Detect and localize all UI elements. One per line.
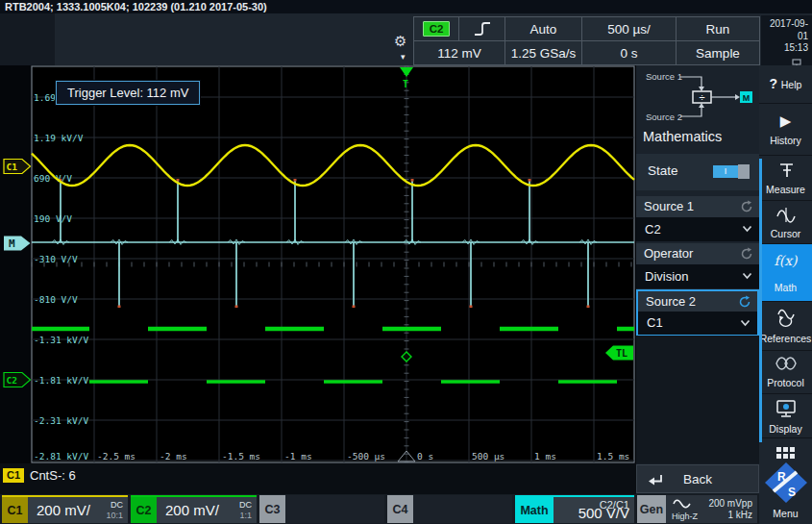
diagram-source1-label: Source 1 [646,71,682,82]
sine-icon [673,499,692,509]
sidebar-cursor-label: Cursor [759,228,812,239]
state-toggle[interactable]: I [713,164,750,179]
sidebar-item-display[interactable]: Display [759,394,812,438]
generator-box[interactable]: Gen High-Z 200 mVpp 1 kHz [637,495,757,523]
diagram-output-badge: M [743,93,750,103]
channel4-box[interactable]: C4 [387,495,512,523]
date-text: 2017-09-01 [765,18,808,42]
time-axis-label: -500 µs [347,451,385,462]
channel2-badge: C2 [131,497,157,523]
time-axis-label: -1.5 ms [222,451,260,462]
time-text: 15:13 [765,42,808,55]
acquisition-mode-cell[interactable]: Sample [676,40,760,65]
channel1-scale: 200 mV/ [37,502,90,518]
channel1-box[interactable]: C1 200 mV/ DC 10:1 [2,495,128,523]
run-state-cell[interactable]: Run [676,16,760,41]
sidebar-scroll-indicator[interactable] [759,159,762,442]
trigger-level-tooltip: Trigger Level: 112 mV [56,81,200,105]
sidebar-item-measure[interactable]: Measure [759,156,812,201]
horizontal-position-cell[interactable]: 0 s [581,40,677,65]
device-id-text: RTB2004; 1333.1005K04; 102239 (01.210 20… [5,1,267,12]
sidebar-item-history[interactable]: ▶ History [759,104,812,156]
gear-icon[interactable]: ⚙ [394,33,406,50]
rising-edge-icon [472,19,493,38]
sidebar-item-protocol[interactable]: Protocol [759,351,812,394]
channel2-coupling: DC [239,500,252,510]
channel-bar: C1 200 mV/ DC 10:1 C2 200 mV/ DC 1:1 C3 … [0,494,759,524]
math-box[interactable]: Math C2/C1 500 V/V [515,495,634,523]
source2-refresh-icon[interactable] [738,295,751,309]
generator-badge: Gen [637,495,666,523]
unit-axis-label: -1.31 kV/V [34,335,88,345]
cursor-icon [775,206,797,224]
generator-amplitude: 200 mVpp [708,498,752,509]
channel1-badge: C1 [2,497,28,523]
operator-dropdown[interactable]: Division [636,264,759,288]
unit-axis-label: -810 V/V [34,294,78,305]
operator-chevron-icon [742,272,752,280]
rohde-schwarz-logo: R S [764,462,808,504]
sidebar-item-references[interactable]: References [759,302,812,351]
chevron-down-icon[interactable]: ▾ [401,52,406,62]
trigger-mode-label: Auto [530,22,557,37]
measurement-result-text: CntS-: 6 [30,468,76,483]
operator-header: Operator [636,243,759,264]
svg-text:S: S [788,486,796,499]
source1-header: Source 1 [636,196,759,217]
source2-header: Source 2 [638,291,757,312]
acquisition-mode-label: Sample [696,46,740,61]
sample-rate-value: 1.25 GSa/s [511,46,577,61]
source1-dropdown[interactable]: C2 [636,217,759,241]
operator-label: Operator [644,246,693,261]
zero-time-label: 0 s [417,451,433,462]
trigger-mode-cell[interactable]: Auto [504,16,582,41]
sidebar-item-help[interactable]: ? Help [759,65,812,104]
question-icon: ? [770,76,778,91]
operator-value: Division [645,269,689,284]
source2-dropdown[interactable]: C1 [638,312,757,335]
back-button[interactable]: Back [636,464,759,493]
unit-axis-label: -1.81 kV/V [34,375,88,386]
measure-icon [776,161,796,180]
svg-text:T: T [403,79,408,89]
channel4-badge: C4 [387,495,413,523]
svg-text:R: R [777,470,786,484]
sidebar-references-label: References [759,333,812,344]
sidebar-item-cursor[interactable]: Cursor [759,201,812,244]
waveform-display[interactable]: 1.69 kV/V1.19 kV/V690 V/V190 V/V-310 V/V… [0,65,636,463]
sidebar-math-label: Math [759,282,812,293]
generator-frequency: 1 kHz [727,510,752,520]
trigger-slope-cell[interactable] [458,16,505,41]
channel3-box[interactable]: C3 [259,495,384,523]
source1-refresh-icon[interactable] [740,200,753,213]
trigger-level-tooltip-text: Trigger Level: 112 mV [67,86,188,100]
measurement-strip: C1 CntS-: 6 [0,463,636,494]
source1-value: C2 [645,222,661,237]
svg-text:C1: C1 [7,162,18,172]
unit-axis-label: -310 V/V [34,254,78,264]
operator-refresh-icon[interactable] [740,247,753,261]
sidebar-item-math[interactable]: f(x) Math [759,244,812,302]
sidebar-item-menu[interactable]: R S Menu [759,438,812,524]
time-axis-label: -2 ms [160,451,187,462]
trigger-source-cell[interactable]: C2 [413,16,459,41]
unit-axis-label: 190 V/V [34,213,72,224]
source1-chevron-icon [742,225,752,233]
channel2-box[interactable]: C2 200 mV/ DC 1:1 [131,495,257,523]
timebase-label: 500 µs/ [607,22,651,37]
channel3-badge: C3 [259,495,285,523]
back-icon [647,472,664,487]
sidebar: ? Help ▶ History Measure Cursor f(x) Mat… [759,65,812,524]
sidebar-measure-label: Measure [759,184,812,195]
trigger-level-cell[interactable]: 112 mV [413,40,505,65]
display-icon [775,398,798,419]
sample-rate-cell[interactable]: 1.25 GSa/s [504,40,582,65]
channel2-scale: 200 mV/ [165,502,219,518]
svg-text:C2: C2 [7,375,17,386]
timebase-cell[interactable]: 500 µs/ [581,16,677,41]
unit-axis-label: -2.31 kV/V [34,415,88,426]
measurement-channel-badge: C1 [3,468,24,483]
protocol-icon [775,354,798,373]
generator-impedance: High-Z [672,512,698,521]
menu-grid-icon [776,447,795,459]
